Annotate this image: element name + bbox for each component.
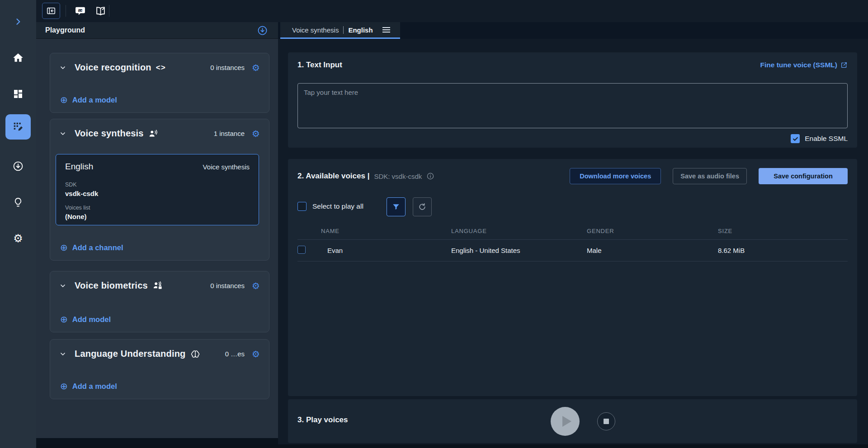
main-content: 1. Text Input Fine tune voice (SSML) Ena…	[278, 39, 868, 448]
playground-header: Playground	[36, 22, 278, 39]
play-icon	[562, 416, 571, 427]
column-header-gender: GENDER	[587, 228, 718, 234]
card-header: Voice biometrics 0 instances ⚙	[50, 271, 269, 291]
card-header: Language Understanding 0 …es ⚙	[50, 340, 269, 359]
lightbulb-icon	[13, 197, 24, 208]
download-more-voices-button[interactable]: Download more voices	[570, 168, 661, 184]
instance-count: 0 …es	[225, 350, 245, 358]
column-header-name: NAME	[321, 228, 451, 234]
section-available-voices: 2. Available voices | SDK: vsdk-csdk Dow…	[288, 159, 857, 396]
add-link-label: Add a model	[72, 96, 117, 104]
cell-size: 8.62 MiB	[718, 247, 848, 254]
dashboard-icon	[13, 89, 24, 99]
sidebar-item-tips[interactable]	[0, 193, 36, 211]
add-link-label: Add model	[72, 315, 111, 324]
table-row[interactable]: Evan English - United States Male 8.62 M…	[297, 240, 848, 261]
sidebar-item-home[interactable]	[0, 49, 36, 67]
sidebar-item-dashboard[interactable]	[0, 85, 36, 103]
sdk-label: SDK	[65, 182, 250, 188]
select-all-checkbox[interactable]	[297, 202, 307, 211]
gear-icon[interactable]: ⚙	[252, 350, 260, 359]
refresh-button[interactable]	[413, 197, 432, 216]
refresh-icon	[418, 202, 427, 211]
tab-bar: Voice synthesis English	[278, 22, 868, 39]
plus-circle-icon: ⊕	[60, 95, 68, 104]
download-circle-icon	[12, 160, 24, 172]
instance-card-english[interactable]: English Voice synthesis SDK vsdk-csdk Vo…	[56, 154, 259, 225]
section-text-input: 1. Text Input Fine tune voice (SSML) Ena…	[288, 52, 857, 148]
tab-group-label: Voice synthesis	[292, 26, 339, 34]
sidebar-item-downloads[interactable]	[0, 157, 36, 175]
card-voice-biometrics: Voice biometrics 0 instances ⚙ ⊕ Add mod…	[50, 271, 269, 332]
plus-circle-icon: ⊕	[60, 382, 68, 391]
chevron-down-icon[interactable]	[59, 350, 66, 358]
phoneme-bubble-icon: æ	[75, 5, 86, 17]
chevron-right-icon	[14, 17, 23, 26]
add-model-link[interactable]: ⊕ Add a model	[60, 95, 117, 104]
add-model-link[interactable]: ⊕ Add model	[60, 315, 111, 324]
collapse-panel-icon	[46, 6, 56, 16]
voices-table: NAME LANGUAGE GENDER SIZE Evan English -…	[297, 222, 848, 261]
instance-count: 1 instance	[214, 130, 245, 137]
save-as-audio-files-button[interactable]: Save as audio files	[673, 168, 747, 184]
add-channel-link[interactable]: ⊕ Add a channel	[60, 243, 123, 252]
text-input-field[interactable]	[297, 83, 848, 128]
brain-icon	[190, 349, 200, 359]
app-root: ⚙ æ Playground Voice recognition	[0, 0, 868, 448]
enable-ssml-checkbox[interactable]	[791, 134, 800, 143]
fine-tune-ssml-link[interactable]: Fine tune voice (SSML)	[760, 61, 848, 69]
plus-circle-icon: ⊕	[60, 315, 68, 324]
play-button[interactable]	[551, 407, 580, 436]
card-header: Voice recognition <> 0 instances ⚙	[50, 53, 269, 73]
voice-synthesis-icon	[148, 129, 158, 139]
home-icon	[12, 52, 24, 64]
gear-icon[interactable]: ⚙	[252, 63, 260, 72]
chevron-down-icon[interactable]	[59, 130, 66, 137]
tab-menu-icon[interactable]	[382, 25, 391, 34]
add-model-link[interactable]: ⊕ Add a model	[60, 382, 117, 391]
playground-title: Playground	[45, 26, 85, 34]
stop-button[interactable]	[597, 412, 615, 430]
phonetics-button[interactable]: æ	[72, 3, 88, 19]
cell-name: Evan	[321, 247, 451, 254]
instance-name: English	[65, 162, 93, 172]
column-header-language: LANGUAGE	[451, 228, 587, 234]
import-config-icon[interactable]	[257, 25, 268, 36]
gear-icon[interactable]: ⚙	[252, 129, 260, 138]
stop-icon	[604, 419, 609, 424]
gear-icon: ⚙	[13, 233, 23, 244]
collapse-panel-button[interactable]	[42, 3, 60, 19]
text-input-title: 1. Text Input	[297, 61, 342, 70]
save-configuration-button[interactable]: Save configuration	[759, 168, 848, 184]
card-language-understanding: Language Understanding 0 …es ⚙ ⊕ Add a m…	[50, 339, 269, 399]
card-header: Voice synthesis 1 instance ⚙	[50, 119, 269, 139]
sidebar-item-playground-active[interactable]	[5, 114, 31, 140]
gear-icon[interactable]: ⚙	[252, 281, 260, 290]
filter-button[interactable]	[387, 197, 406, 216]
toolbar-separator	[66, 5, 66, 17]
tab-voice-synthesis-english[interactable]: Voice synthesis English	[280, 22, 400, 39]
add-link-label: Add a channel	[72, 243, 123, 252]
sidebar-item-settings[interactable]: ⚙	[0, 229, 36, 247]
toolbar-separator	[109, 5, 109, 17]
play-voices-title: 3. Play voices	[297, 415, 348, 425]
section-play-voices: 3. Play voices	[288, 399, 857, 443]
sdk-info-label: SDK: vsdk-csdk	[374, 173, 422, 180]
voices-list-value: (None)	[65, 213, 250, 220]
tab-separator	[343, 26, 344, 34]
enable-ssml-label: Enable SSML	[805, 135, 848, 143]
expand-sidebar-button[interactable]	[0, 13, 36, 31]
sidebar: ⚙	[0, 0, 36, 448]
book-icon	[95, 5, 106, 17]
playground-icon	[12, 121, 24, 133]
info-icon[interactable]	[426, 172, 434, 180]
svg-text:æ: æ	[78, 7, 82, 12]
page-bottom-strip	[36, 444, 868, 448]
checkmark-icon	[792, 135, 799, 142]
row-checkbox[interactable]	[297, 246, 306, 254]
chevron-down-icon[interactable]	[59, 282, 66, 289]
chevron-down-icon[interactable]	[59, 64, 66, 71]
card-title: Language Understanding	[75, 349, 186, 359]
documentation-button[interactable]	[92, 3, 108, 19]
card-voice-recognition: Voice recognition <> 0 instances ⚙ ⊕ Add…	[50, 53, 269, 113]
